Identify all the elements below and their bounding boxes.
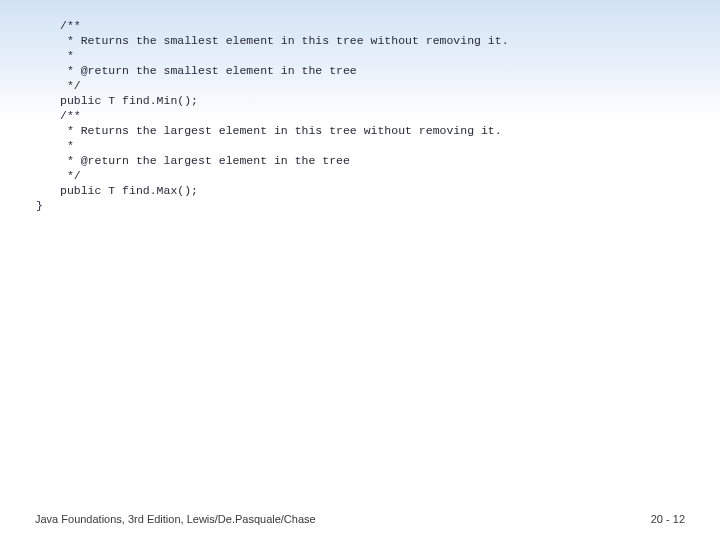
- code-line: public T find.Min();: [60, 93, 680, 108]
- code-line: */: [60, 78, 680, 93]
- code-line: *: [60, 48, 680, 63]
- code-line: * Returns the largest element in this tr…: [60, 123, 680, 138]
- code-line: /**: [60, 108, 680, 123]
- code-line: * @return the smallest element in the tr…: [60, 63, 680, 78]
- code-line: * @return the largest element in the tre…: [60, 153, 680, 168]
- footer-book-citation: Java Foundations, 3rd Edition, Lewis/De.…: [35, 513, 316, 525]
- code-line: * Returns the smallest element in this t…: [60, 33, 680, 48]
- footer-page-number: 20 - 12: [651, 513, 685, 525]
- code-line: /**: [60, 18, 680, 33]
- code-line: public T find.Max();: [60, 183, 680, 198]
- code-line: *: [60, 138, 680, 153]
- code-closing-brace: }: [36, 198, 680, 213]
- code-block: /** * Returns the smallest element in th…: [60, 18, 680, 213]
- code-line: */: [60, 168, 680, 183]
